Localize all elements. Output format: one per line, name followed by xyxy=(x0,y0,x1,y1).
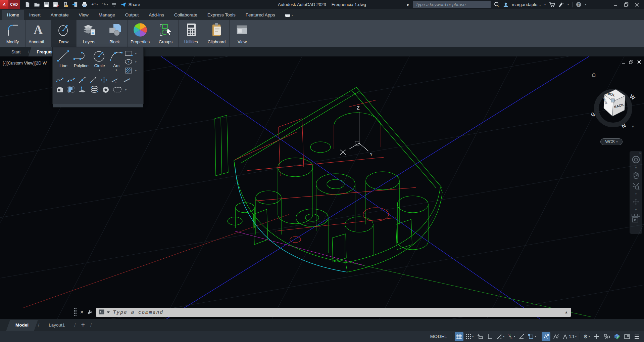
save-icon[interactable] xyxy=(44,2,49,7)
snap-mode-toggle[interactable]: ▾ xyxy=(465,332,474,341)
orbit-icon[interactable] xyxy=(632,198,640,206)
circle-caret-icon[interactable]: ▾ xyxy=(99,69,100,72)
panel-block[interactable]: Block xyxy=(102,20,128,47)
donut-icon[interactable] xyxy=(102,86,110,94)
tab-insert[interactable]: Insert xyxy=(24,10,46,20)
annotation-monitor-toggle[interactable] xyxy=(592,332,601,341)
command-recent-caret-icon[interactable] xyxy=(107,311,110,313)
showmotion-icon[interactable] xyxy=(632,214,640,224)
orbit-caret-icon[interactable]: ▾ xyxy=(635,208,637,211)
wipeout-icon[interactable] xyxy=(67,86,75,93)
flyout-pin-bar[interactable] xyxy=(53,104,143,108)
tool-hatch[interactable]: ▾ xyxy=(125,67,141,74)
tool-circle[interactable]: Circle ▾ xyxy=(91,49,108,74)
viewcube-corner-highlight[interactable] xyxy=(611,99,614,102)
tool-rectangle[interactable]: ▾ xyxy=(125,50,141,57)
pan-hand-icon[interactable] xyxy=(632,172,640,180)
open-from-mobile-icon[interactable] xyxy=(63,2,68,7)
tab-output[interactable]: Output xyxy=(120,10,144,20)
search-input[interactable] xyxy=(413,1,491,8)
viewport-minimize-icon[interactable] xyxy=(621,60,626,64)
user-caret-icon[interactable]: ▾ xyxy=(544,3,546,6)
navigation-bar[interactable]: ✕ ▾ ▾ ▾ xyxy=(630,151,642,234)
grid-display-toggle[interactable] xyxy=(455,332,463,341)
autodesk-logo-icon[interactable] xyxy=(558,2,564,7)
tool-arc[interactable]: Arc ▾ xyxy=(108,49,125,74)
isolate-objects-button[interactable] xyxy=(602,332,611,341)
tab-collaborate[interactable]: Collaborate xyxy=(169,10,202,20)
redo-icon[interactable]: ↷▾ xyxy=(101,2,108,7)
spline-cv-icon[interactable] xyxy=(67,77,75,83)
model-space-toggle[interactable]: MODEL xyxy=(428,334,450,339)
tab-manage[interactable]: Manage xyxy=(94,10,120,20)
tool-line[interactable]: Line xyxy=(55,49,71,74)
autocad-logo[interactable]: A CAD xyxy=(0,0,20,9)
search-icon[interactable] xyxy=(494,2,500,7)
wireframe-part[interactable] xyxy=(215,87,442,272)
user-avatar[interactable] xyxy=(503,2,508,7)
layout-tab-model[interactable]: Model xyxy=(8,319,36,331)
blue-construction-line-2[interactable] xyxy=(166,56,589,319)
ortho-mode-toggle[interactable] xyxy=(486,332,494,341)
cyan-arc[interactable] xyxy=(235,166,347,272)
tab-featured-apps[interactable]: Featured Apps xyxy=(241,10,280,20)
help-icon[interactable]: ? xyxy=(576,2,582,7)
panel-modify[interactable]: Modify xyxy=(0,20,26,47)
restore-button[interactable] xyxy=(623,1,630,8)
object-snap-tracking-toggle[interactable] xyxy=(517,332,526,341)
red-axis-line[interactable] xyxy=(23,214,289,308)
ribbon-display-toggle[interactable]: ▾ xyxy=(285,13,293,20)
command-customize-icon[interactable] xyxy=(87,309,93,315)
qat-customize-icon[interactable] xyxy=(112,3,116,7)
polar-tracking-toggle[interactable]: ▾ xyxy=(496,332,505,341)
zoom-caret-icon[interactable]: ▾ xyxy=(635,193,637,196)
close-button[interactable] xyxy=(633,1,641,8)
tool-ellipse[interactable]: ▾ xyxy=(125,58,141,65)
dynamic-input-toggle[interactable] xyxy=(476,332,484,341)
cart-icon[interactable] xyxy=(549,2,555,7)
clean-screen-button[interactable] xyxy=(623,332,631,341)
measure-icon[interactable] xyxy=(122,77,131,83)
navigation-wheel-icon[interactable] xyxy=(632,155,640,164)
tab-home[interactable]: Home xyxy=(2,10,24,20)
revision-cloud-icon[interactable] xyxy=(113,86,122,93)
plot-icon[interactable] xyxy=(82,2,88,7)
command-prompt-icon[interactable] xyxy=(99,309,105,315)
new-file-icon[interactable] xyxy=(24,2,30,7)
navbar-close-icon[interactable]: ✕ xyxy=(639,152,641,155)
viewport-restore-icon[interactable] xyxy=(629,60,634,64)
tab-annotate[interactable]: Annotate xyxy=(46,10,74,20)
panel-groups[interactable]: Groups xyxy=(153,20,179,47)
compass-n[interactable]: N xyxy=(621,122,627,129)
redo-caret-icon[interactable]: ▾ xyxy=(107,3,108,6)
viewport-close-icon[interactable] xyxy=(637,60,641,64)
viewcube-home-icon[interactable]: ⌂ xyxy=(592,70,596,78)
autodesk-caret-icon[interactable]: ▾ xyxy=(567,3,569,6)
help-caret-icon[interactable]: ▾ xyxy=(585,3,586,6)
customization-menu-button[interactable] xyxy=(633,332,641,341)
zoom-icon[interactable] xyxy=(632,182,640,190)
viewport-label[interactable]: [-][Custom View][2D W xyxy=(3,60,47,66)
new-layout-button[interactable]: + xyxy=(78,321,88,329)
panel-view[interactable]: View xyxy=(230,20,255,47)
search-expand-icon[interactable]: ▶ xyxy=(407,3,409,6)
file-tab-start[interactable]: Start xyxy=(5,47,27,56)
wcs-selector[interactable]: WCS ▾ xyxy=(600,138,623,145)
panel-layers[interactable]: Layers xyxy=(77,20,102,47)
panel-draw[interactable]: Draw xyxy=(51,20,77,47)
arc-caret-icon[interactable]: ▾ xyxy=(116,69,117,72)
minimize-button[interactable] xyxy=(612,1,619,8)
user-name[interactable]: margaridaplo... xyxy=(512,2,541,7)
autoscale-toggle[interactable] xyxy=(552,332,560,341)
3d-polyline-icon[interactable] xyxy=(78,86,87,93)
open-folder-icon[interactable] xyxy=(34,2,40,7)
graphics-performance-button[interactable] xyxy=(612,332,621,341)
tab-express-tools[interactable]: Express Tools xyxy=(202,10,241,20)
helix-icon[interactable] xyxy=(90,86,99,94)
tool-polyline[interactable]: Polyline xyxy=(71,49,91,74)
panel-utilities[interactable]: Utilities xyxy=(179,20,204,47)
panel-properties[interactable]: Properties xyxy=(128,20,153,47)
multiple-points-icon[interactable] xyxy=(100,77,108,83)
layout-tab-layout1[interactable]: Layout1 xyxy=(41,319,72,331)
navwheel-caret-icon[interactable]: ▾ xyxy=(635,166,637,169)
